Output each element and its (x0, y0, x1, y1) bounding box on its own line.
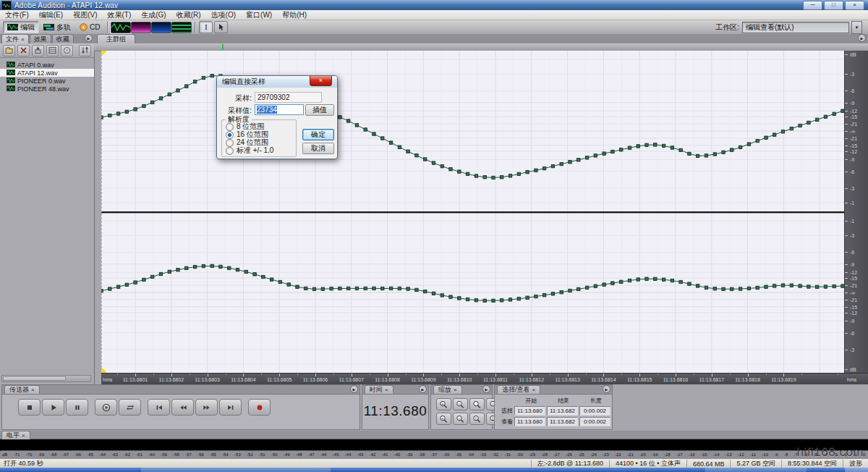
spectral-phase-button[interactable] (151, 22, 171, 33)
menu-item-0[interactable]: 文件(F) (0, 10, 34, 20)
menu-item-4[interactable]: 生成(G) (136, 10, 171, 20)
panel-menu-icon[interactable]: ▶ (85, 34, 93, 42)
tab-selection-view[interactable]: 选择/查看× (497, 385, 540, 394)
waveform-display[interactable] (101, 51, 844, 373)
time-value-field[interactable]: 0:00.002 (579, 417, 610, 426)
panel-menu-icon[interactable]: ▶ (858, 34, 866, 42)
file-item-2[interactable]: PIONEER 0.wav (0, 77, 94, 85)
ruler-tick (352, 374, 352, 376)
current-time-display: 11:13.680 (362, 403, 428, 419)
panel-menu-icon[interactable]: ▶ (482, 385, 490, 393)
transport-pause-button[interactable] (66, 399, 88, 416)
time-selection-tool[interactable]: I (199, 21, 213, 33)
selection-start-marker-top[interactable] (101, 51, 107, 56)
db-tick (845, 74, 848, 75)
workspace-selector: 工作区: 编辑查看(默认) ▼ (715, 21, 862, 34)
panel-menu-icon[interactable]: ▶ (603, 385, 610, 393)
transport-go-to-end-button[interactable] (219, 399, 242, 416)
radio-button-icon[interactable] (226, 131, 234, 139)
zoom-to-selection-left-button[interactable]: [ (469, 413, 485, 425)
edit-view-button[interactable]: 编辑 (3, 21, 39, 33)
tab-time[interactable]: 时间× (365, 385, 393, 394)
zoom-in-horizontal-button[interactable]: + (436, 398, 451, 410)
files-panel-tabs: 文件×效果收藏▶ (0, 34, 94, 43)
cancel-button[interactable]: 取消 (302, 143, 334, 154)
transport-go-to-start-button[interactable] (148, 399, 170, 416)
menu-item-7[interactable]: 窗口(W) (241, 10, 277, 20)
close-file-button[interactable] (17, 45, 30, 56)
waveform-svg[interactable] (101, 51, 844, 373)
audio-file-icon (7, 62, 15, 69)
time-ruler-label: 11:13.6804 (231, 377, 256, 382)
maximize-button[interactable]: □ (824, 1, 843, 10)
time-value-field[interactable]: 0:00.002 (579, 406, 610, 416)
transport-stop-button[interactable] (18, 399, 41, 416)
menu-item-1[interactable]: 编辑(E) (34, 10, 68, 20)
waveform-display-button[interactable] (111, 22, 131, 33)
menu-item-8[interactable]: 帮助(H) (277, 10, 312, 20)
open-file-button[interactable] (3, 45, 15, 56)
panel-menu-icon[interactable]: ▶ (419, 385, 427, 393)
file-item-0[interactable]: ATAPI 0.wav (0, 61, 94, 69)
files-panel-tab-0[interactable]: 文件× (1, 34, 29, 43)
selection-start-marker-bottom[interactable] (101, 367, 107, 373)
resolution-option-3[interactable]: 标准 +/- 1.0 (226, 147, 273, 154)
time-value-field[interactable]: 11:13.682 (547, 417, 578, 426)
zoom-out-full-button[interactable] (469, 398, 485, 410)
time-ruler[interactable]: hms11:13.680111:13.680211:13.680311:13.6… (101, 373, 868, 384)
file-item-1[interactable]: ATAPI 12.wav (0, 69, 94, 77)
files-panel-tab-2[interactable]: 收藏 (52, 34, 74, 43)
transport-play-looped-button[interactable] (95, 399, 117, 416)
level-meter[interactable] (0, 439, 868, 451)
tab-level[interactable]: 电平× (1, 431, 30, 439)
close-button[interactable]: × (845, 1, 864, 10)
import-file-button[interactable] (32, 45, 44, 56)
spectral-frequency-button[interactable] (131, 22, 151, 33)
scrub-tool[interactable] (214, 21, 228, 33)
dialog-close-button[interactable]: × (310, 76, 332, 86)
ruler-minor-tick (838, 374, 838, 375)
minimize-button[interactable]: ─ (803, 1, 822, 10)
menu-item-5[interactable]: 收藏(R) (171, 10, 206, 20)
insert-cd-button[interactable] (61, 45, 73, 56)
panel-menu-icon[interactable]: ▶ (350, 385, 358, 393)
menu-item-3[interactable]: 效果(T) (102, 10, 136, 20)
audio-file-icon (7, 85, 15, 93)
radio-button-icon[interactable] (226, 139, 234, 147)
transport-play-button[interactable] (42, 399, 64, 416)
multitrack-view-button[interactable]: 多轨 (39, 21, 75, 33)
zoom-out-horizontal-button[interactable]: − (453, 398, 468, 410)
radio-button-icon[interactable] (226, 147, 234, 155)
amplitude-ruler[interactable]: dB-3-6-9-12-15-21-∞-21-15-12-9-6-3-1-1-3… (844, 51, 868, 373)
sort-button[interactable] (79, 45, 91, 56)
files-panel-tab-1[interactable]: 效果 (30, 34, 51, 43)
radio-button-icon[interactable] (226, 123, 234, 131)
time-ruler-label: hms (847, 377, 856, 382)
workspace-dropdown-arrow[interactable]: ▼ (851, 21, 862, 34)
transport-fast-forward-button[interactable] (195, 399, 218, 416)
tab-close-icon[interactable]: × (21, 36, 25, 43)
tab-transport[interactable]: 传送器× (4, 385, 40, 394)
time-value-field[interactable]: 11:13.682 (547, 406, 578, 416)
ok-button[interactable]: 确定 (302, 129, 334, 140)
transport-record-button[interactable] (248, 399, 271, 416)
playhead-tick[interactable] (222, 44, 224, 50)
sample-value-input[interactable]: 23734 (255, 104, 304, 115)
spectral-pan-button[interactable] (171, 22, 192, 33)
zoom-in-vertical-button[interactable]: + (436, 413, 451, 425)
interpolate-button[interactable]: 插值 (305, 104, 334, 116)
workspace-dropdown[interactable]: 编辑查看(默认) (742, 22, 849, 33)
menu-item-2[interactable]: 视图(V) (68, 10, 102, 20)
transport-rewind-button[interactable] (171, 399, 194, 416)
tab-main-group[interactable]: 主群组 (97, 34, 135, 43)
file-item-3[interactable]: PIONEER 48.wav (0, 85, 94, 93)
time-value-field[interactable]: 11:13.680 (514, 417, 545, 426)
cd-view-button[interactable]: CD (75, 21, 104, 33)
insert-multitrack-button[interactable] (46, 45, 59, 56)
menu-item-6[interactable]: 选项(O) (206, 10, 241, 20)
time-value-field[interactable]: 11:13.680 (514, 406, 545, 416)
zoom-out-vertical-button[interactable]: − (453, 413, 468, 425)
tab-zoom[interactable]: 缩放× (433, 385, 462, 394)
files-panel-scrollbar[interactable] (1, 375, 91, 382)
transport-loop-button[interactable] (119, 399, 141, 416)
